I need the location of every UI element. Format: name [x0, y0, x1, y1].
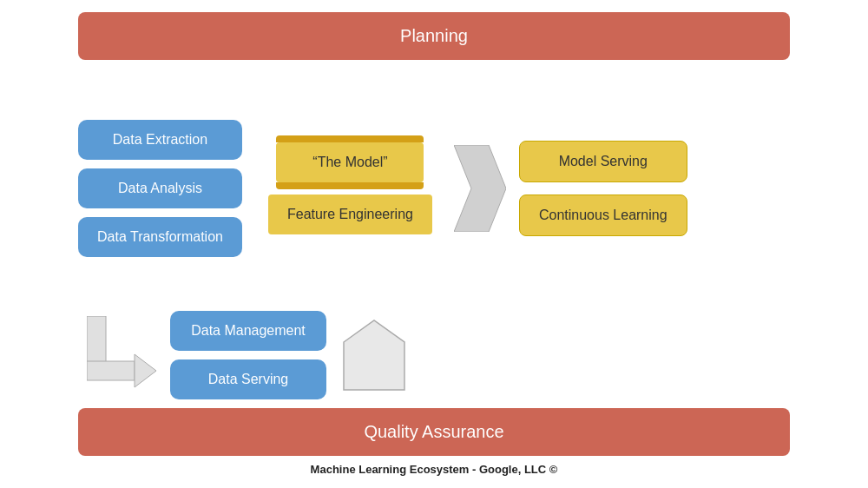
data-management-box: Data Management — [170, 311, 326, 351]
data-transformation-box: Data Transformation — [78, 217, 242, 257]
planning-label: Planning — [400, 26, 468, 45]
qa-bar: Quality Assurance — [78, 408, 790, 456]
middle-section: Data Extraction Data Analysis Data Trans… — [78, 72, 790, 304]
left-column: Data Extraction Data Analysis Data Trans… — [78, 120, 242, 257]
data-extraction-box: Data Extraction — [78, 120, 242, 160]
l-arrow — [87, 316, 156, 394]
main-container: Planning Data Extraction Data Analysis D… — [0, 0, 868, 488]
bottom-blue-column: Data Management Data Serving — [170, 311, 326, 399]
right-column: Model Serving Continuous Learning — [519, 141, 687, 236]
model-serving-box: Model Serving — [519, 141, 687, 182]
center-column: “The Model” Feature Engineering — [268, 142, 432, 234]
the-model-scroll: “The Model” — [276, 142, 424, 182]
feature-engineering-box: Feature Engineering — [268, 195, 432, 234]
svg-marker-4 — [344, 320, 404, 390]
svg-marker-3 — [135, 354, 156, 387]
continuous-learning-box: Continuous Learning — [519, 195, 687, 236]
data-serving-box: Data Serving — [170, 359, 326, 399]
svg-rect-2 — [87, 361, 135, 380]
footer-credit: Machine Learning Ecosystem - Google, LLC… — [78, 463, 790, 479]
chevron-arrow — [450, 145, 510, 232]
data-analysis-box: Data Analysis — [78, 168, 242, 208]
planning-bar: Planning — [78, 12, 790, 60]
bottom-section: Data Management Data Serving — [78, 311, 790, 399]
qa-label: Quality Assurance — [364, 422, 503, 441]
svg-marker-0 — [454, 145, 506, 232]
house-shape — [335, 316, 413, 394]
